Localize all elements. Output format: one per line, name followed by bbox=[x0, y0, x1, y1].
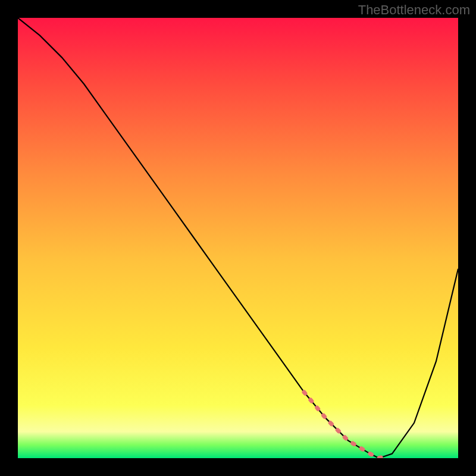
watermark-text: TheBottleneck.com bbox=[358, 2, 470, 18]
chart-svg bbox=[18, 18, 458, 458]
chart-plot-area bbox=[18, 18, 458, 458]
